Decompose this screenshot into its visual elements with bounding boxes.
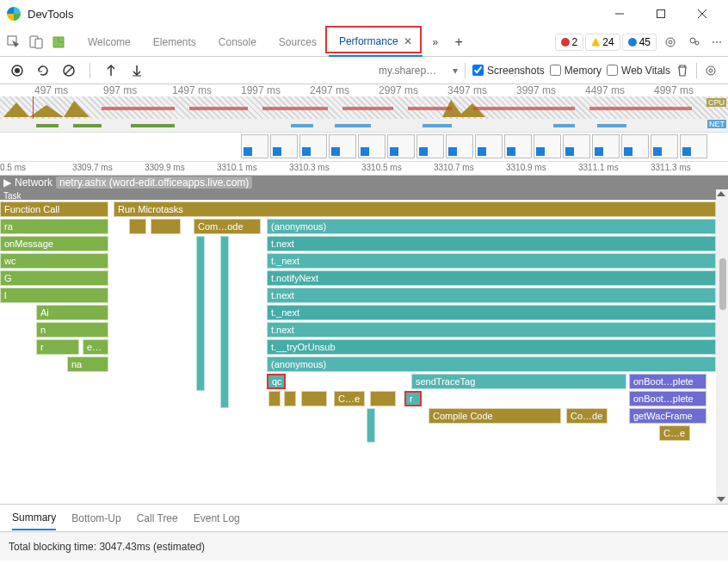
flame-tnext3[interactable]: t.next xyxy=(267,322,716,338)
screenshot-thumb[interactable] xyxy=(504,134,532,158)
memory-checkbox[interactable]: Memory xyxy=(550,65,602,77)
flame-chart[interactable]: Task Function Call Run Microtasks ra onM… xyxy=(0,189,728,504)
network-item[interactable]: netry.ashx (word-edit.officeapps.live.co… xyxy=(56,177,252,189)
maximize-button[interactable] xyxy=(642,2,680,26)
feedback-icon[interactable] xyxy=(688,35,701,49)
flame-onBoot1[interactable]: onBoot…plete xyxy=(629,374,706,389)
flame-e[interactable]: e… xyxy=(83,339,108,355)
flame-getWac[interactable]: getWacFrame xyxy=(629,408,706,424)
screenshot-thumb[interactable] xyxy=(534,134,561,158)
flame-chip[interactable] xyxy=(301,391,327,406)
network-lane[interactable]: ▶ Network netry.ashx (word-edit.officeap… xyxy=(0,176,728,189)
tab-performance[interactable]: Performance ✕ xyxy=(329,28,423,57)
close-button[interactable] xyxy=(683,2,721,26)
flame-func-call[interactable]: Function Call xyxy=(0,201,108,217)
record-icon[interactable] xyxy=(10,64,24,77)
flame-t_next2[interactable]: t._next xyxy=(267,305,716,320)
flame-scrollbar[interactable] xyxy=(716,189,728,504)
download-icon[interactable] xyxy=(130,64,144,77)
gear-icon[interactable] xyxy=(663,35,677,49)
flame-anon[interactable]: (anonymous) xyxy=(267,219,716,234)
error-badge[interactable]: 2 xyxy=(555,34,584,51)
new-tab-button[interactable]: + xyxy=(448,34,469,50)
btab-bottomup[interactable]: Bottom-Up xyxy=(71,512,120,524)
tabs-overflow-button[interactable]: » xyxy=(424,36,447,48)
flame-anon2[interactable]: (anonymous) xyxy=(267,356,716,372)
flame-com-ode[interactable]: Com…ode xyxy=(194,219,261,234)
screenshot-thumb[interactable] xyxy=(446,134,473,158)
screenshot-thumb[interactable] xyxy=(329,134,356,158)
screenshot-thumb[interactable] xyxy=(621,134,649,158)
warning-badge[interactable]: 24 xyxy=(585,34,620,51)
screenshot-thumb[interactable] xyxy=(680,134,707,158)
kebab-menu-icon[interactable]: ⋯ xyxy=(712,36,723,48)
tab-sources[interactable]: Sources xyxy=(268,28,327,57)
flame-ra[interactable]: ra xyxy=(0,219,108,234)
flame-n[interactable]: n xyxy=(36,322,108,338)
tab-console[interactable]: Console xyxy=(208,28,267,57)
extension-icon[interactable] xyxy=(52,35,65,49)
flame-sendTraceTag[interactable]: sendTraceTag xyxy=(411,374,626,389)
overview-timeline[interactable]: 497 ms997 ms1497 ms1997 ms2497 ms2997 ms… xyxy=(0,84,728,119)
overview-net-lane[interactable]: NET xyxy=(0,119,728,133)
screenshot-thumb[interactable] xyxy=(416,134,444,158)
flame-G[interactable]: G xyxy=(0,270,108,286)
screenshot-thumb[interactable] xyxy=(563,134,590,158)
flame-wc[interactable]: wc xyxy=(0,253,108,269)
flame-sliver[interactable] xyxy=(367,408,375,443)
scroll-down-icon[interactable] xyxy=(717,497,725,502)
flame-chip[interactable] xyxy=(370,391,396,406)
flame-r[interactable]: r xyxy=(36,339,79,355)
flame-Ai[interactable]: Ai xyxy=(36,305,108,320)
webvitals-checkbox[interactable]: Web Vitals xyxy=(607,65,670,77)
flame-sliver[interactable] xyxy=(220,236,229,408)
flame-run-microtasks[interactable]: Run Microtasks xyxy=(114,201,716,217)
gear-icon-2[interactable] xyxy=(704,64,718,77)
flame-onBoot2[interactable]: onBoot…plete xyxy=(629,391,706,406)
flame-tnext[interactable]: t.next xyxy=(267,236,716,251)
reload-icon[interactable] xyxy=(36,64,50,77)
screenshot-thumb[interactable] xyxy=(270,134,298,158)
screenshot-thumb[interactable] xyxy=(592,134,620,158)
flame-compile[interactable]: Compile Code xyxy=(429,408,561,424)
flame-chip[interactable] xyxy=(268,391,281,406)
tab-elements[interactable]: Elements xyxy=(143,28,207,57)
screenshot-thumb[interactable] xyxy=(387,134,415,158)
flame-chip[interactable] xyxy=(129,219,146,234)
trash-icon[interactable] xyxy=(676,64,689,77)
upload-icon[interactable] xyxy=(104,64,118,77)
flame-chip[interactable] xyxy=(151,219,181,234)
detail-ruler[interactable]: 0.5 ms3309.7 ms3309.9 ms3310.1 ms3310.3 … xyxy=(0,162,728,176)
flame-code[interactable]: Co…de xyxy=(566,408,608,424)
screenshot-thumb[interactable] xyxy=(358,134,386,158)
scroll-thumb[interactable] xyxy=(719,258,726,310)
tab-close-icon[interactable]: ✕ xyxy=(404,35,412,47)
message-badge[interactable]: 45 xyxy=(622,34,657,51)
flame-t_next[interactable]: t._next xyxy=(267,253,716,269)
btab-summary[interactable]: Summary xyxy=(12,511,56,530)
clear-icon[interactable] xyxy=(62,64,76,77)
minimize-button[interactable] xyxy=(601,2,639,26)
screenshot-thumb[interactable] xyxy=(651,134,678,158)
tab-welcome[interactable]: Welcome xyxy=(77,28,141,57)
screenshot-thumb[interactable] xyxy=(241,134,268,158)
scroll-up-icon[interactable] xyxy=(717,191,725,196)
flame-ttry[interactable]: t.__tryOrUnsub xyxy=(267,339,716,355)
screenshot-thumb[interactable] xyxy=(475,134,503,158)
btab-eventlog[interactable]: Event Log xyxy=(194,512,240,524)
flame-tnext2[interactable]: t.next xyxy=(267,288,716,303)
flame-na[interactable]: na xyxy=(67,356,108,372)
device-icon[interactable] xyxy=(29,35,43,49)
screenshot-thumb[interactable] xyxy=(299,134,327,158)
flame-onMessage[interactable]: onMessage xyxy=(0,236,108,251)
filter-input[interactable] xyxy=(379,65,447,77)
screenshot-strip[interactable] xyxy=(0,133,728,162)
flame-qc[interactable]: qc xyxy=(267,374,286,389)
flame-tnotify[interactable]: t.notifyNext xyxy=(267,270,716,286)
screenshots-checkbox[interactable]: Screenshots xyxy=(472,65,545,77)
dropdown-icon[interactable]: ▾ xyxy=(453,65,458,77)
flame-l[interactable]: l xyxy=(0,288,108,303)
playhead[interactable] xyxy=(33,96,34,119)
btab-calltree[interactable]: Call Tree xyxy=(137,512,178,524)
flame-chip[interactable] xyxy=(284,391,296,406)
